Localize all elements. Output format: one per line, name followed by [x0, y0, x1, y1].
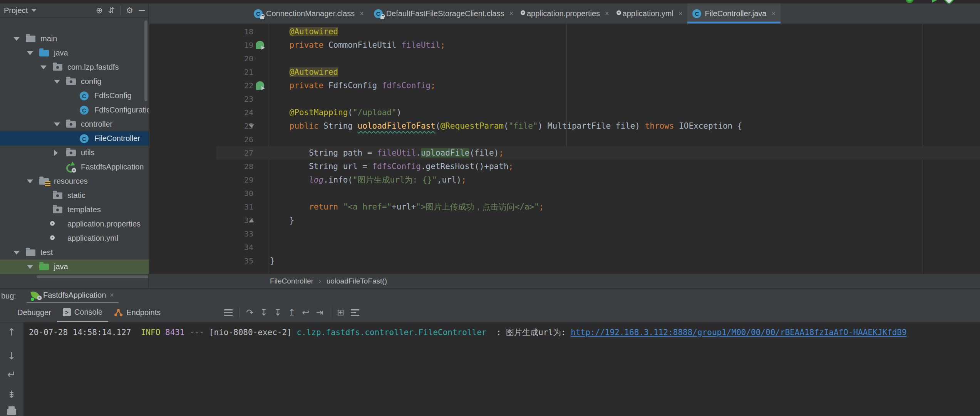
settings-icon[interactable]: ⚙ — [126, 7, 133, 15]
fold-region-icon[interactable] — [249, 124, 254, 128]
tree-item-label: FileController — [94, 131, 140, 146]
close-icon[interactable]: × — [110, 291, 114, 299]
tree-item-test[interactable]: test — [0, 245, 149, 260]
close-tab-icon[interactable]: × — [509, 10, 513, 18]
tree-item-java[interactable]: java — [0, 46, 149, 60]
code-line-31[interactable]: 31 return "<a href="+url+">图片上传成功，点击访问</… — [149, 200, 980, 214]
collapsed-chevron-icon[interactable] — [54, 150, 58, 156]
spring-bean-gutter-icon[interactable] — [256, 81, 264, 90]
step-into-icon[interactable]: ↧ — [260, 308, 267, 317]
code-line-20[interactable]: 20 — [149, 52, 980, 65]
console-output[interactable]: 20-07-28 14:58:14.127 INFO 8431 --- [nio… — [23, 322, 980, 416]
tab-filecontroller-java[interactable]: CFileController.java× — [687, 3, 781, 23]
collapse-all-icon[interactable]: ⇵ — [108, 7, 115, 15]
code-line-30[interactable]: 30 — [149, 187, 980, 200]
tree-item-resources[interactable]: resources — [0, 174, 149, 188]
tree-item-application-properties[interactable]: application.properties — [0, 217, 149, 231]
expanded-chevron-icon[interactable] — [40, 65, 47, 69]
expanded-chevron-icon[interactable] — [27, 51, 33, 55]
drop-frame-icon[interactable]: ↩ — [302, 308, 309, 317]
code-line-28[interactable]: 28 String url = fdfsConfig.getResHost()+… — [149, 160, 980, 173]
tab-application-yml[interactable]: application.yml× — [614, 3, 688, 23]
hide-panel-icon[interactable] — [139, 10, 145, 11]
code-line-text: String url = fdfsConfig.getResHost()+pat… — [270, 160, 513, 173]
code-line-29[interactable]: 29 log.info("图片生成url为: {}",url); — [149, 173, 980, 187]
expanded-chevron-icon[interactable] — [54, 80, 60, 84]
close-tab-icon[interactable]: × — [605, 10, 609, 18]
expanded-chevron-icon[interactable] — [13, 251, 20, 255]
step-over-icon[interactable]: ↷ — [246, 308, 253, 317]
filter-lines-icon[interactable] — [351, 309, 359, 316]
tree-item-static[interactable]: static — [0, 188, 149, 203]
tab-connectionmanager-class[interactable]: CConnectionManager.class× — [249, 3, 369, 23]
code-editor[interactable]: 18 @Autowired19 private CommonFileUtil f… — [149, 24, 980, 274]
tab-defaultfastfilestorageclient-class[interactable]: CDefaultFastFileStorageClient.class× — [369, 3, 518, 23]
tree-item-java[interactable]: java — [0, 260, 149, 274]
soft-wrap-icon[interactable]: ↵ — [0, 369, 23, 380]
locate-icon[interactable]: ⊕ — [96, 7, 103, 15]
code-line-19[interactable]: 19 private CommonFileUtil fileUtil; — [149, 39, 980, 52]
tree-item-com-lzp-fastdfs[interactable]: com.lzp.fastdfs — [0, 60, 149, 74]
code-line-21[interactable]: 21 @Autowired — [149, 65, 980, 79]
tab-application-properties[interactable]: application.properties× — [518, 3, 614, 23]
spring-bean-gutter-icon[interactable] — [256, 41, 264, 49]
console-url-link[interactable]: http://192.168.3.112:8888/group1/M00/00/… — [571, 328, 906, 337]
code-line-18[interactable]: 18 @Autowired — [149, 25, 980, 39]
print-icon[interactable] — [7, 409, 16, 415]
tree-item-utils[interactable]: utils — [0, 146, 149, 160]
boot-icon — [66, 163, 75, 172]
tree-item-fastdfsapplication[interactable]: FastdfsApplication — [0, 160, 149, 174]
tab-console[interactable]: >Console — [57, 303, 108, 322]
menu-lines-icon[interactable] — [224, 309, 233, 316]
scroll-to-end-icon[interactable]: ⇟ — [0, 389, 23, 400]
expanded-chevron-icon[interactable] — [54, 122, 60, 126]
console-content: ↑↓↵⇟ 20-07-28 14:58:14.127 INFO 8431 ---… — [0, 322, 980, 416]
evaluate-expression-icon[interactable]: ⊞ — [337, 308, 344, 317]
class-icon: C — [692, 9, 701, 18]
step-out-icon[interactable]: ↥ — [288, 308, 295, 317]
fold-region-end-icon[interactable] — [249, 219, 254, 222]
code-line-25[interactable]: 25 public String uoloadFileToFast(@Reque… — [149, 119, 980, 133]
run-partial-icon[interactable] — [906, 0, 913, 3]
tree-horizontal-scrollbar[interactable] — [37, 275, 148, 278]
tree-item-filecontroller[interactable]: CFileController — [0, 131, 149, 146]
debug-session-tab[interactable]: FastdfsApplication × — [27, 289, 119, 303]
resume-partial-icon[interactable] — [932, 0, 938, 3]
line-number: 32 — [149, 214, 253, 227]
code-line-27[interactable]: 27 String path = fileUtil.uploadFile(fil… — [149, 146, 980, 160]
up-stack-icon[interactable]: ↑ — [0, 326, 23, 338]
code-line-32[interactable]: 32 } — [149, 214, 980, 227]
tree-item-main[interactable]: main — [0, 32, 149, 46]
close-tab-icon[interactable]: × — [360, 10, 364, 18]
expanded-chevron-icon[interactable] — [27, 265, 33, 269]
close-tab-icon[interactable]: × — [678, 10, 683, 18]
code-line-35[interactable]: 35} — [149, 254, 980, 268]
project-tree: mainjavacom.lzp.fastdfsconfigCFdfsConfig… — [0, 18, 149, 288]
force-step-into-icon[interactable]: ↧ — [274, 308, 281, 317]
tab-endpoints[interactable]: Endpoints — [108, 303, 166, 322]
tree-item-controller[interactable]: controller — [0, 117, 149, 131]
tab-debugger[interactable]: Debugger — [12, 303, 57, 322]
breadcrumb-class[interactable]: FileController — [270, 277, 313, 285]
tree-item-fdfsconfiguration[interactable]: CFdfsConfiguration — [0, 103, 149, 117]
tree-item-application-yml[interactable]: application.yml — [0, 231, 149, 245]
tree-item-templates[interactable]: templates — [0, 203, 149, 217]
down-stack-icon[interactable]: ↓ — [0, 350, 23, 362]
debug-tab-label: Console — [74, 308, 102, 317]
expanded-chevron-icon[interactable] — [13, 37, 20, 41]
tree-vertical-scrollbar[interactable] — [144, 20, 147, 101]
tree-item-config[interactable]: config — [0, 74, 149, 89]
expanded-chevron-icon[interactable] — [27, 179, 33, 183]
code-line-34[interactable]: 34 — [149, 241, 980, 254]
code-line-22[interactable]: 22 private FdfsConfig fdfsConfig; — [149, 79, 980, 92]
code-line-23[interactable]: 23 — [149, 92, 980, 106]
code-line-24[interactable]: 24 @PostMapping("/upload") — [149, 106, 980, 119]
breadcrumb-method[interactable]: uoloadFileToFast() — [327, 277, 387, 285]
close-tab-icon[interactable]: × — [772, 10, 776, 18]
code-line-33[interactable]: 33 — [149, 227, 980, 241]
tree-item-fdfsconfig[interactable]: CFdfsConfig — [0, 89, 149, 103]
code-line-26[interactable]: 26 — [149, 133, 980, 146]
check-partial-icon[interactable] — [944, 0, 953, 3]
run-to-cursor-icon[interactable]: ⇥ — [316, 308, 323, 317]
project-view-selector[interactable]: Project — [4, 6, 28, 15]
